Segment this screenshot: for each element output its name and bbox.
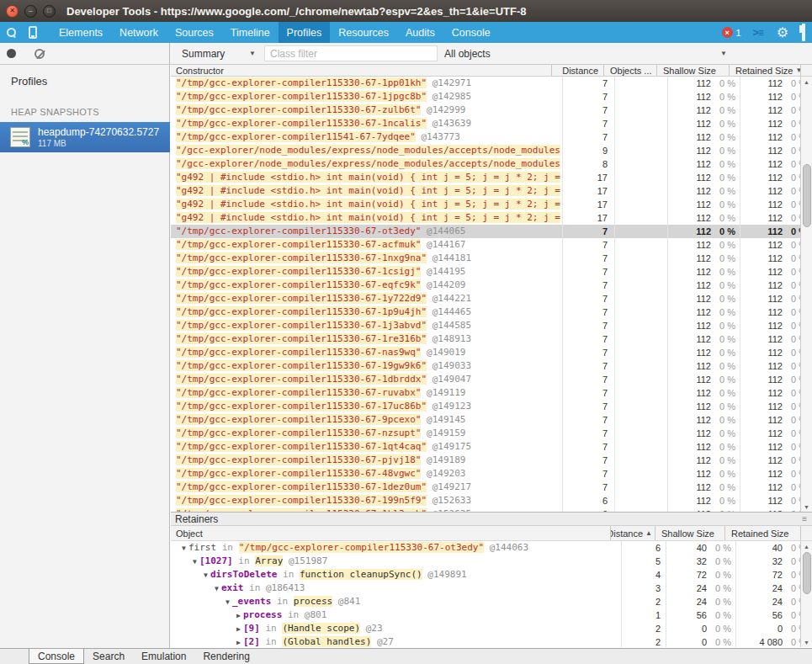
constructor-row[interactable]: "/gcc-explorer/node_modules/express/node…: [171, 157, 812, 171]
constructor-row[interactable]: "/tmp/gcc-explorer-compiler115330-67-19g…: [171, 359, 812, 373]
constructor-row[interactable]: "g492 | #include <stdio.h> int main(void…: [171, 198, 812, 211]
constructor-row[interactable]: "/tmp/gcc-explorer-compiler115330-67-1nx…: [171, 252, 812, 265]
sidebar-item-profiles[interactable]: Profiles: [11, 75, 47, 88]
retainer-row[interactable]: ▼[1027] in Array @151987 5 320 % 320 %: [171, 555, 812, 568]
retainers-scrollbar[interactable]: ▲ ▼: [800, 541, 812, 647]
window-titlebar[interactable]: ✕ – □ Developer Tools - https://www.goog…: [0, 0, 812, 22]
constructor-row[interactable]: "/tmp/gcc-explorer-compiler11541-67-7ydq…: [171, 130, 812, 144]
constructor-row[interactable]: "/tmp/gcc-explorer-compiler115330-67-eqf…: [171, 279, 812, 292]
column-header-shallow-size[interactable]: Shallow Size: [657, 65, 730, 76]
tree-expander-icon[interactable]: ▼: [212, 582, 221, 595]
constructors-header: Constructor Distance Objects ... Shallow…: [171, 65, 812, 77]
constructors-scrollbar[interactable]: ▲ ▼: [800, 77, 812, 512]
constructor-row[interactable]: "/tmp/gcc-explorer-compiler115330-67-1de…: [171, 481, 812, 494]
constructor-row[interactable]: "/tmp/gcc-explorer-compiler115330-67-1j3…: [171, 319, 812, 332]
tree-expander-icon[interactable]: ▶: [234, 609, 243, 622]
scrollbar-thumb[interactable]: [803, 164, 811, 227]
constructor-row[interactable]: "g492 | #include <stdio.h> int main(void…: [171, 211, 812, 225]
retainer-row[interactable]: ▼exit in @186413 3 240 % 240 %: [171, 582, 812, 595]
column-header-constructor[interactable]: Constructor: [171, 65, 552, 76]
tab-profiles[interactable]: Profiles: [279, 22, 331, 43]
column-header-distance[interactable]: Distance: [552, 65, 604, 76]
constructor-row[interactable]: "/tmp/gcc-explorer-compiler115330-67-1re…: [171, 332, 812, 346]
retainers-titlebar[interactable]: Retainers ≡: [171, 512, 812, 526]
window-close-button[interactable]: ✕: [6, 5, 19, 18]
constructor-row[interactable]: "g492 | #include <stdio.h> int main(void…: [171, 171, 812, 184]
sidebar-item-heapdump[interactable]: % heapdump-74270632.5727 117 MB: [0, 122, 170, 152]
column-header-retained-size[interactable]: Retained Size ▼: [730, 65, 801, 76]
toggle-console-icon[interactable]: >≡: [753, 27, 763, 39]
constructor-row[interactable]: "/tmp/gcc-explorer-compiler115330-67-zul…: [171, 104, 812, 117]
summary-dropdown[interactable]: Summary ▼: [182, 48, 256, 60]
constructor-row[interactable]: "/tmp/gcc-explorer-compiler115330-67-nzs…: [171, 427, 812, 440]
inspect-element-button[interactable]: [0, 22, 22, 43]
constructor-row[interactable]: "/tmp/gcc-explorer-compiler115330-67-1pp…: [171, 77, 812, 90]
column-header-objects[interactable]: Objects ...: [604, 65, 657, 76]
constructor-row[interactable]: "/tmp/gcc-explorer-compiler115330-67-1db…: [171, 373, 812, 386]
constructor-row[interactable]: "/tmp/gcc-explorer-compiler115330-67-ruv…: [171, 386, 812, 400]
retainer-row[interactable]: ▼_events in process @841 2 240 % 240 %: [171, 595, 812, 608]
constructor-row[interactable]: "/tmp/gcc-explorer-compiler115330-67-1nc…: [171, 117, 812, 130]
scroll-down-icon[interactable]: ▼: [801, 637, 812, 647]
column-header-retainer-distance[interactable]: Distance ▲: [611, 526, 655, 540]
tab-timeline[interactable]: Timeline: [222, 22, 279, 43]
clear-icon[interactable]: [34, 49, 45, 59]
tab-elements[interactable]: Elements: [50, 22, 111, 43]
constructor-row[interactable]: "/tmp/gcc-explorer-compiler115330-67-199…: [171, 494, 812, 507]
retainer-row[interactable]: ▶[9] in (Handle scope) @23 2 00 % 00 %: [171, 622, 812, 635]
constructor-row[interactable]: "/tmp/gcc-explorer-compiler115330-67-1p9…: [171, 305, 812, 319]
constructor-row[interactable]: "/tmp/gcc-explorer-compiler115330-67-1y7…: [171, 292, 812, 305]
all-objects-dropdown-label: All objects: [444, 48, 491, 60]
record-button[interactable]: [7, 49, 16, 58]
retainer-row[interactable]: ▶process in @801 1 560 % 560 %: [171, 608, 812, 622]
constructor-row[interactable]: "/tmp/gcc-explorer-compiler115330-67-17u…: [171, 400, 812, 413]
drawer-tab-rendering[interactable]: Rendering: [194, 649, 257, 664]
dock-side-button[interactable]: [802, 25, 805, 40]
window-minimize-button[interactable]: –: [24, 5, 37, 18]
tree-expander-icon[interactable]: ▼: [179, 542, 188, 555]
retainer-row[interactable]: ▶[2] in (Global handles) @27 2 00 % 4 08…: [171, 635, 812, 647]
resize-grip-icon[interactable]: ≡: [802, 515, 807, 523]
column-header-retainer-shallow[interactable]: Shallow Size: [655, 526, 725, 540]
tree-expander-icon[interactable]: ▶: [234, 623, 243, 635]
drawer-tab-search[interactable]: Search: [84, 649, 133, 664]
scroll-up-icon[interactable]: ▲: [801, 541, 812, 551]
drawer-tab-emulation[interactable]: Emulation: [133, 649, 194, 664]
tree-expander-icon[interactable]: ▼: [190, 555, 199, 568]
object-id: @144065: [427, 226, 465, 236]
scrollbar-thumb[interactable]: [803, 552, 811, 594]
error-badge[interactable]: × 1: [722, 27, 741, 38]
constructor-row[interactable]: "/tmp/gcc-explorer-compiler115330-67-1cs…: [171, 265, 812, 279]
constructor-row[interactable]: "/tmp/gcc-explorer-compiler115330-67-1jp…: [171, 90, 812, 104]
constructor-row[interactable]: "/gcc-explorer/node_modules/express/node…: [171, 144, 812, 157]
constructor-row[interactable]: "/tmp/gcc-explorer-compiler115330-67-9pc…: [171, 413, 812, 427]
tab-network[interactable]: Network: [111, 22, 167, 43]
all-objects-dropdown[interactable]: All objects ▼: [444, 48, 727, 60]
constructor-row[interactable]: "/tmp/gcc-explorer-compiler115330-67-pjv…: [171, 454, 812, 467]
tab-console[interactable]: Console: [443, 22, 499, 43]
scroll-up-icon[interactable]: ▲: [801, 77, 812, 87]
device-mode-button[interactable]: [22, 22, 44, 43]
tree-expander-icon[interactable]: ▶: [234, 636, 243, 647]
constructor-row[interactable]: "/tmp/gcc-explorer-compiler115330-67-nas…: [171, 346, 812, 359]
column-header-retainer-retained[interactable]: Retained Size: [725, 526, 801, 540]
window-maximize-button[interactable]: □: [43, 5, 56, 18]
gear-icon[interactable]: ⚙: [777, 26, 788, 40]
tab-audits[interactable]: Audits: [397, 22, 443, 43]
tab-sources[interactable]: Sources: [167, 22, 222, 43]
constructor-row[interactable]: "/tmp/gcc-explorer-compiler115330-67-48v…: [171, 467, 812, 481]
constructor-row[interactable]: "/tmp/gcc-explorer-compiler115330-67-1qt…: [171, 440, 812, 454]
retainer-row[interactable]: ▼dirsToDelete in function cleanupSync() …: [171, 568, 812, 582]
tree-expander-icon[interactable]: ▼: [201, 569, 210, 582]
tree-expander-icon[interactable]: ▼: [223, 596, 232, 608]
constructor-row[interactable]: "g492 | #include <stdio.h> int main(void…: [171, 184, 812, 198]
drawer-tab-console[interactable]: Console: [29, 649, 84, 664]
column-header-object[interactable]: Object: [171, 526, 611, 540]
drawer-tabbar: ConsoleSearchEmulationRendering: [0, 648, 812, 664]
constructor-row[interactable]: "/tmp/gcc-explorer-compiler115330-67-ot3…: [171, 225, 812, 238]
tab-resources[interactable]: Resources: [330, 22, 397, 43]
constructor-row[interactable]: "/tmp/gcc-explorer-compiler115330-67-acf…: [171, 238, 812, 252]
scroll-down-icon[interactable]: ▼: [801, 502, 812, 512]
class-filter-input[interactable]: [264, 45, 438, 61]
retainer-row[interactable]: ▼first in "/tmp/gcc-explorer-compiler115…: [171, 541, 812, 555]
